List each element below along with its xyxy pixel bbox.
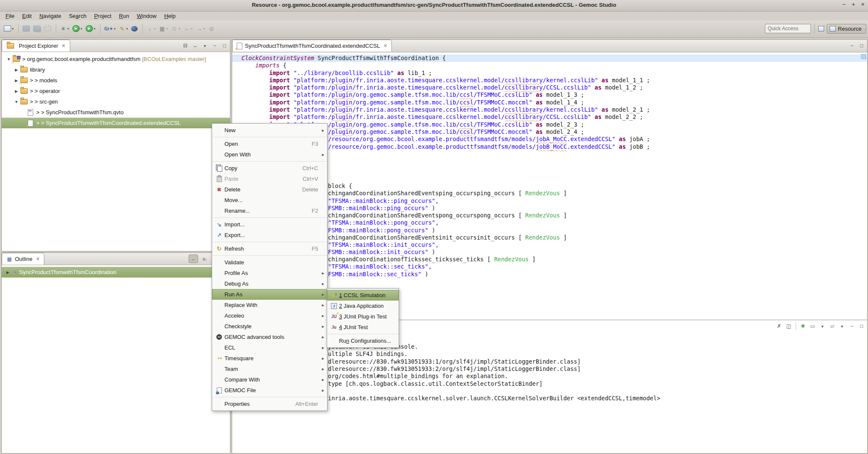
link-with-editor-icon[interactable]: ↔	[192, 43, 198, 49]
menu-item-compare-with[interactable]: Compare With►	[212, 374, 327, 385]
menubar-item-edit[interactable]: Edit	[18, 12, 35, 20]
menu-item-open-with[interactable]: Open With►	[212, 149, 327, 160]
close-icon[interactable]: ✕	[36, 256, 40, 262]
maximize-icon[interactable]: □	[859, 43, 865, 49]
close-icon[interactable]: ✕	[61, 43, 65, 49]
submenu-item-run-configurations[interactable]: Run Configurations...	[327, 335, 399, 346]
expander-icon[interactable]: ▼	[13, 100, 20, 104]
dropdown-arrow-icon[interactable]: ▾	[178, 27, 180, 31]
expander-icon[interactable]: ▶	[4, 270, 11, 275]
dropdown-arrow-icon[interactable]: ▾	[67, 27, 69, 31]
tree-item-org-gemoc-bcool-example-producttfsmandtfsm[interactable]: ▼⚠> org.gemoc.bcool.example.producttfsma…	[2, 54, 230, 64]
menu-item-delete[interactable]: ✖DeleteDelete	[212, 184, 327, 195]
menu-item-gemoc-file[interactable]: GEMOC File►	[212, 385, 327, 396]
tab-project-explorer[interactable]: Project Explorer ✕	[2, 40, 70, 52]
outline-item-syncproducttfsmwithtfsmcoordination[interactable]: ▶✦SyncProductTfsmwithTfsmCoordination	[2, 267, 230, 278]
dropdown-arrow-icon[interactable]: ▾	[114, 27, 115, 31]
menubar-item-window[interactable]: Window	[133, 12, 160, 20]
javaapp-icon: J	[329, 303, 339, 309]
sort-alphabetically-icon[interactable]: a↓	[202, 257, 208, 261]
maximize-window-icon[interactable]: +	[852, 1, 855, 8]
dropdown-arrow-icon[interactable]: ▾	[154, 27, 155, 31]
menu-item-debug-as[interactable]: Debug As►	[212, 278, 327, 289]
menu-separator	[213, 255, 327, 256]
debug-button[interactable]: ✳▾	[59, 25, 70, 33]
tree-item-models[interactable]: ▶⚠> > models	[2, 75, 230, 86]
menu-item-gemoc-advanced-tools[interactable]: MGEMOC advanced tools►	[212, 332, 327, 342]
new-wizard-button[interactable]: ▾	[3, 25, 15, 32]
menu-item-profile-as[interactable]: Profile As►	[212, 268, 327, 278]
menu-item-replace-with[interactable]: Replace With►	[212, 300, 327, 310]
dropdown-arrow-icon[interactable]: ▾	[203, 27, 205, 31]
window-controls: −+×	[842, 1, 865, 8]
dropdown-arrow-icon[interactable]: ▾	[80, 27, 82, 31]
minimize-icon[interactable]: −	[212, 43, 218, 49]
menu-item-accelerator: F2	[312, 208, 320, 214]
menu-item-new[interactable]: New►	[212, 125, 327, 136]
tree-item-src-gen[interactable]: ▼> > src-gen	[2, 96, 230, 107]
tree-item-syncproducttfsmwithtfsmcoordinated-extendedccsl[interactable]: > > SyncProductTfsmwithTfsmCoordinated.e…	[2, 118, 230, 128]
tab-outline[interactable]: ▦ Outline ✕	[2, 253, 44, 265]
code-line: import "platform:/plugin/fr.inria.aoste.…	[241, 113, 867, 121]
menubar-item-help[interactable]: Help	[160, 12, 179, 20]
menubar-item-search[interactable]: Search	[65, 12, 90, 20]
tab-editor-extendedccsl[interactable]: SyncProductTfsmwithTfsmCoordinated.exten…	[232, 40, 392, 52]
link-with-editor-icon[interactable]: ↔	[189, 254, 198, 263]
toolbar-buttons: ▾✳▾▶▾▶▾Gr✦▾✎▾↓▾▦▾✩▾←▾→▾⊙	[3, 23, 217, 35]
menu-item-acceleo[interactable]: Acceleo►	[212, 310, 327, 321]
menu-item-refresh[interactable]: ↻RefreshF5	[212, 243, 327, 254]
submenu-item-3-junit-plug-in-test[interactable]: JU3 JUnit Plug-in Test	[327, 311, 399, 322]
forward-history-icon: →	[196, 26, 202, 32]
run-button[interactable]: ▶▾	[71, 24, 83, 33]
minimize-icon[interactable]: −	[849, 43, 855, 49]
dropdown-arrow-icon[interactable]: ▾	[94, 27, 95, 31]
tree-item-operator[interactable]: ▶> > operator	[2, 86, 230, 96]
menu-item-team[interactable]: Team►	[212, 364, 327, 374]
submenu-arrow-icon: ►	[320, 282, 325, 286]
menu-item-move[interactable]: Move...	[212, 195, 327, 205]
menubar-item-run[interactable]: Run	[115, 12, 133, 20]
quick-access-input[interactable]	[765, 24, 811, 33]
dropdown-arrow-icon[interactable]: ▾	[191, 27, 193, 31]
submenu-item-2-java-application[interactable]: J2 Java Application	[327, 301, 399, 311]
menu-item-copy[interactable]: CopyCtrl+C	[212, 163, 327, 174]
menu-item-open[interactable]: OpenF3	[212, 139, 327, 149]
code-line: import "../library/bcoollib.ccslLib" as …	[241, 69, 867, 77]
submenu-item-1-ccsl-simulation[interactable]: ✱21 CCSL Simulation	[327, 290, 399, 301]
minimize-window-icon[interactable]: −	[842, 1, 845, 8]
maximize-icon[interactable]: □	[221, 43, 227, 49]
back-history-icon: ←	[184, 26, 190, 32]
last-edit-location-icon: ✩	[171, 26, 178, 32]
menu-item-checkstyle[interactable]: Checkstyle►	[212, 321, 327, 332]
menu-item-properties[interactable]: PropertiesAlt+Enter	[212, 399, 327, 409]
acceleo-generate-button[interactable]: Gr✦▾	[103, 25, 117, 33]
menubar-item-project[interactable]: Project	[90, 12, 115, 20]
collapse-all-icon[interactable]: ⊟	[182, 43, 188, 49]
validate-button[interactable]: ✎▾	[118, 25, 129, 33]
menu-item-rename[interactable]: Rename...F2	[212, 205, 327, 216]
menu-item-import[interactable]: ↘Import...	[212, 219, 327, 230]
dropdown-arrow-icon[interactable]: ▾	[126, 27, 128, 31]
menubar-item-file[interactable]: File	[2, 12, 18, 20]
menu-item-export[interactable]: ↗Export...	[212, 230, 327, 240]
ocl-console-button[interactable]	[130, 25, 139, 32]
tree-item-syncproducttfsmwithtfsm-qvto[interactable]: > > SyncProductTfsmwithTfsm.qvto	[2, 107, 230, 118]
dropdown-arrow-icon[interactable]: ▾	[166, 27, 168, 31]
open-perspective-icon[interactable]	[818, 26, 824, 32]
submenu-item-4-junit-test[interactable]: Ju4 JUnit Test	[327, 322, 399, 333]
close-icon[interactable]: ✕	[383, 43, 387, 49]
view-menu-icon[interactable]: ▾	[202, 43, 208, 48]
close-window-icon[interactable]: ×	[861, 1, 865, 8]
menu-item-run-as[interactable]: Run As►	[212, 289, 327, 300]
external-tools-button[interactable]: ▶▾	[84, 24, 97, 33]
tree-item-library[interactable]: ▶library	[2, 64, 230, 75]
menu-item-ecl[interactable]: ECL►	[212, 342, 327, 353]
expander-icon[interactable]: ▶	[13, 68, 20, 72]
code-line: import "platform:/plugin/org.gemoc.sampl…	[241, 121, 867, 128]
menu-item-timesquare[interactable]: ✦✦Timesquare►	[212, 353, 327, 364]
expander-icon[interactable]: ▶	[13, 89, 20, 93]
resource-perspective-button[interactable]: Resource	[827, 24, 866, 34]
menu-item-validate[interactable]: Validate	[212, 257, 327, 268]
menubar-item-navigate[interactable]: Navigate	[35, 12, 65, 20]
menu-item-accelerator: Ctrl+V	[303, 176, 320, 182]
